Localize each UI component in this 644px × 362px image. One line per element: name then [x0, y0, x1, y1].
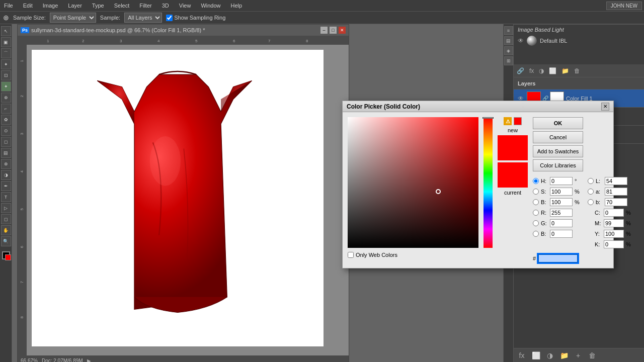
a-input[interactable] — [605, 188, 627, 196]
s-input[interactable] — [550, 188, 573, 196]
hex-row: # ff0000 — [533, 254, 633, 263]
only-web-colors-checkbox[interactable] — [348, 252, 354, 258]
panel-folder-icon[interactable]: 📁 — [560, 66, 570, 75]
b2-input[interactable] — [550, 230, 573, 238]
k-label: K: — [595, 241, 602, 247]
tool-eraser[interactable]: ◻ — [1, 137, 11, 147]
tool-zoom[interactable]: 🔍 — [1, 236, 11, 246]
right-icon-2[interactable]: ▤ — [504, 36, 513, 45]
doc-minimize-button[interactable]: – — [320, 27, 328, 34]
s-radio[interactable] — [533, 189, 539, 195]
tool-path-select[interactable]: ▷ — [1, 203, 11, 213]
panel-link-icon[interactable]: 🔗 — [516, 66, 525, 75]
new-fill-layer-btn[interactable]: ◑ — [545, 350, 555, 360]
menu-3d[interactable]: 3D — [160, 2, 171, 10]
tool-crop[interactable]: ⊡ — [1, 70, 11, 80]
panel-mask-icon[interactable]: ⬜ — [548, 66, 557, 75]
tool-clone[interactable]: ✿ — [1, 115, 11, 125]
c-input[interactable] — [604, 209, 624, 217]
background-color[interactable] — [5, 254, 11, 260]
new-group-btn[interactable]: 📁 — [559, 350, 569, 360]
hex-input[interactable]: ff0000 — [538, 254, 578, 263]
a-radio[interactable] — [588, 189, 594, 195]
menu-help[interactable]: Help — [229, 2, 245, 10]
tool-text[interactable]: T — [1, 192, 11, 202]
right-icon-3[interactable]: ◈ — [504, 46, 513, 55]
doc-close-button[interactable]: ✕ — [339, 27, 346, 34]
panel-delete-icon[interactable]: 🗑 — [573, 66, 581, 75]
tool-eyedropper[interactable]: ✦ — [1, 81, 11, 92]
tool-history[interactable]: ⊙ — [1, 126, 11, 136]
menu-image[interactable]: Image — [41, 2, 60, 10]
y-input[interactable] — [604, 230, 624, 238]
tool-magic-wand[interactable]: ✦ — [1, 59, 11, 69]
menu-filter[interactable]: Filter — [137, 2, 153, 10]
foreground-color[interactable] — [2, 251, 10, 259]
l-radio[interactable] — [588, 178, 594, 184]
tool-pen[interactable]: ✒ — [1, 181, 11, 191]
menu-select[interactable]: Select — [112, 2, 132, 10]
b3-input[interactable] — [605, 198, 627, 206]
tool-brush[interactable]: ⌐ — [1, 104, 11, 114]
right-icon-1[interactable]: ≡ — [504, 26, 513, 35]
ibl-item: 👁 Default IBL — [518, 35, 640, 47]
tool-lasso[interactable]: ⌒ — [1, 48, 11, 58]
panel-fx-icon[interactable]: fx — [528, 66, 535, 75]
b-input[interactable] — [550, 198, 573, 206]
dialog-right: OK Cancel Add to Swatches Color Librarie… — [533, 117, 633, 263]
menu-window[interactable]: Window — [199, 2, 222, 10]
menu-view[interactable]: View — [177, 2, 193, 10]
k-unit: % — [626, 241, 634, 247]
g-radio[interactable] — [533, 220, 539, 226]
g-input[interactable] — [550, 219, 573, 227]
h-label: H: — [541, 178, 548, 184]
new-layer-btn[interactable]: + — [573, 350, 583, 360]
menu-type[interactable]: Type — [90, 2, 106, 10]
ok-button[interactable]: OK — [533, 117, 583, 129]
sample-size-select[interactable]: Point Sample — [50, 13, 96, 23]
b-radio[interactable] — [533, 199, 539, 205]
expand-icon[interactable]: ▶ — [87, 358, 91, 363]
delete-layer-btn[interactable]: 🗑 — [587, 350, 597, 360]
menu-file[interactable]: File — [2, 2, 15, 10]
alert-icon[interactable]: ⚠ — [504, 117, 512, 125]
h-input[interactable]: 0 — [550, 177, 573, 185]
show-sampling-ring-option[interactable]: Show Sampling Ring — [166, 15, 225, 21]
b3-radio[interactable] — [588, 199, 594, 205]
tool-shape[interactable]: ◻ — [1, 214, 11, 224]
right-icon-4[interactable]: ⊞ — [504, 56, 513, 65]
tool-gradient[interactable]: ▤ — [1, 148, 11, 158]
h-radio[interactable] — [533, 178, 539, 184]
alert-swatch[interactable] — [514, 117, 522, 125]
tool-blur[interactable]: ⊗ — [1, 159, 11, 169]
color-libraries-button[interactable]: Color Libraries — [533, 159, 583, 171]
k-input[interactable] — [604, 240, 624, 248]
add-mask-btn[interactable]: ⬜ — [531, 350, 541, 360]
add-layer-style-btn[interactable]: fx — [517, 350, 527, 360]
m-input[interactable] — [604, 219, 624, 227]
r-radio[interactable] — [533, 210, 539, 216]
tool-dodge[interactable]: ◑ — [1, 170, 11, 180]
menu-edit[interactable]: Edit — [21, 2, 35, 10]
tool-heal[interactable]: ⊕ — [1, 93, 11, 103]
ibl-eye-icon[interactable]: 👁 — [518, 37, 524, 44]
sample-select[interactable]: All Layers — [124, 13, 162, 23]
dialog-close-button[interactable]: ✕ — [601, 103, 609, 111]
cancel-button[interactable]: Cancel — [533, 131, 583, 143]
color-gradient-picker[interactable] — [348, 117, 478, 248]
hue-slider[interactable] — [484, 117, 493, 248]
r-input[interactable] — [550, 209, 573, 217]
add-to-swatches-button[interactable]: Add to Swatches — [533, 145, 583, 157]
l-input[interactable] — [605, 177, 627, 185]
b2-radio[interactable] — [533, 231, 539, 237]
y-label: Y: — [595, 231, 602, 237]
tool-hand[interactable]: ✋ — [1, 225, 11, 235]
tool-move[interactable]: ↖ — [1, 26, 11, 36]
panel-adjustment-icon[interactable]: ◑ — [538, 66, 545, 75]
show-sampling-ring-checkbox[interactable] — [166, 15, 173, 21]
panel-icons-row: 🔗 fx ◑ ⬜ 📁 🗑 — [514, 64, 644, 77]
user-badge[interactable]: JOHN NEW — [606, 2, 642, 10]
doc-maximize-button[interactable]: □ — [330, 27, 337, 34]
menu-layer[interactable]: Layer — [66, 2, 84, 10]
tool-marquee[interactable]: ▣ — [1, 37, 11, 47]
